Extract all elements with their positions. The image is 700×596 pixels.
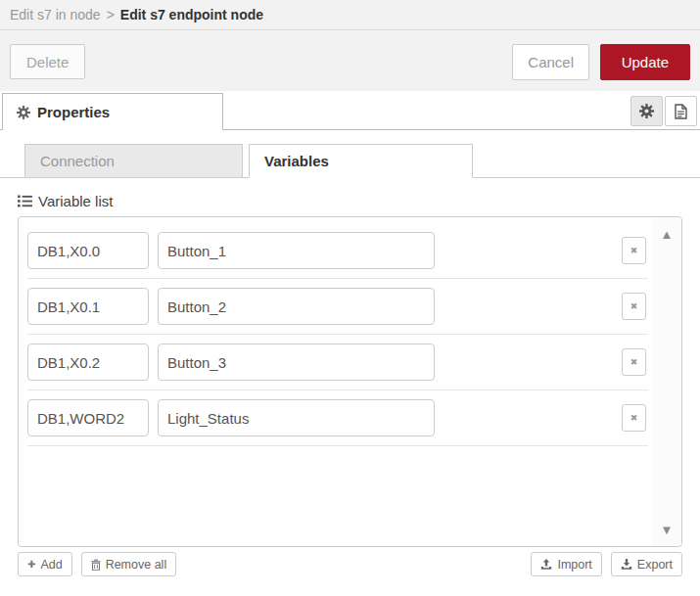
variable-list-label: Variable list xyxy=(18,193,700,209)
variable-address-input[interactable] xyxy=(27,288,149,325)
remove-icon: ✖ xyxy=(630,413,638,423)
variable-address-input[interactable] xyxy=(27,232,149,269)
remove-row-button[interactable]: ✖ xyxy=(622,404,646,432)
node-settings-button[interactable] xyxy=(630,96,663,126)
plus-icon: ✚ xyxy=(27,559,35,570)
remove-row-button[interactable]: ✖ xyxy=(622,237,646,264)
dialog-toolbar: Delete Cancel Update xyxy=(0,30,700,91)
tab-properties-label: Properties xyxy=(37,104,110,120)
remove-all-button-label: Remove all xyxy=(106,558,167,572)
variable-list-container: ✖ ✖ ✖ ✖ ▲ ▼ xyxy=(18,216,682,547)
remove-icon: ✖ xyxy=(630,301,638,311)
variable-row: ✖ xyxy=(27,335,648,390)
gear-icon xyxy=(17,106,30,119)
gear-icon xyxy=(639,104,654,118)
delete-button[interactable]: Delete xyxy=(10,44,85,79)
import-button[interactable]: Import xyxy=(531,552,601,576)
properties-tab-bar: Properties xyxy=(0,91,700,130)
variable-address-input[interactable] xyxy=(27,399,149,436)
breadcrumb: Edit s7 in node > Edit s7 endpoint node xyxy=(0,0,700,30)
add-button-label: Add xyxy=(40,558,62,572)
list-scrollbar[interactable]: ▲ ▼ xyxy=(652,217,681,546)
tab-connection[interactable]: Connection xyxy=(24,144,243,178)
remove-row-button[interactable]: ✖ xyxy=(622,348,646,376)
breadcrumb-separator: > xyxy=(107,7,115,23)
trash-icon xyxy=(91,559,101,571)
cancel-button[interactable]: Cancel xyxy=(512,44,589,80)
remove-all-button[interactable]: Remove all xyxy=(81,552,177,576)
variable-list-label-text: Variable list xyxy=(38,193,113,209)
variable-row: ✖ xyxy=(27,223,648,279)
tab-properties[interactable]: Properties xyxy=(2,93,223,130)
update-button[interactable]: Update xyxy=(600,44,690,80)
breadcrumb-current: Edit s7 endpoint node xyxy=(120,7,263,23)
remove-row-button[interactable]: ✖ xyxy=(622,293,646,320)
variable-rows: ✖ ✖ ✖ ✖ xyxy=(27,223,648,446)
tab-variables[interactable]: Variables xyxy=(249,144,473,178)
form-tabs: Connection Variables xyxy=(0,144,700,178)
document-icon xyxy=(675,104,687,119)
remove-icon: ✖ xyxy=(630,357,638,367)
variable-row: ✖ xyxy=(27,390,648,446)
variable-name-input[interactable] xyxy=(158,399,435,436)
import-export-group: Import Export xyxy=(531,552,682,576)
export-button[interactable]: Export xyxy=(611,552,682,576)
variable-name-input[interactable] xyxy=(158,344,435,381)
variable-name-input[interactable] xyxy=(158,288,435,325)
export-button-label: Export xyxy=(637,558,673,572)
node-help-button[interactable] xyxy=(665,96,697,126)
list-icon xyxy=(18,195,32,207)
variable-name-input[interactable] xyxy=(158,232,435,269)
variable-address-input[interactable] xyxy=(27,344,149,381)
scroll-up-icon[interactable]: ▲ xyxy=(652,228,681,242)
import-button-label: Import xyxy=(557,558,591,572)
scroll-down-icon[interactable]: ▼ xyxy=(652,524,681,537)
upload-icon xyxy=(540,559,552,571)
breadcrumb-parent[interactable]: Edit s7 in node xyxy=(10,7,101,23)
variable-row: ✖ xyxy=(27,279,648,335)
add-button[interactable]: ✚ Add xyxy=(18,552,72,576)
download-icon xyxy=(621,559,632,571)
list-footer: ✚ Add Remove all Import xyxy=(18,552,682,576)
remove-icon: ✖ xyxy=(630,246,638,255)
